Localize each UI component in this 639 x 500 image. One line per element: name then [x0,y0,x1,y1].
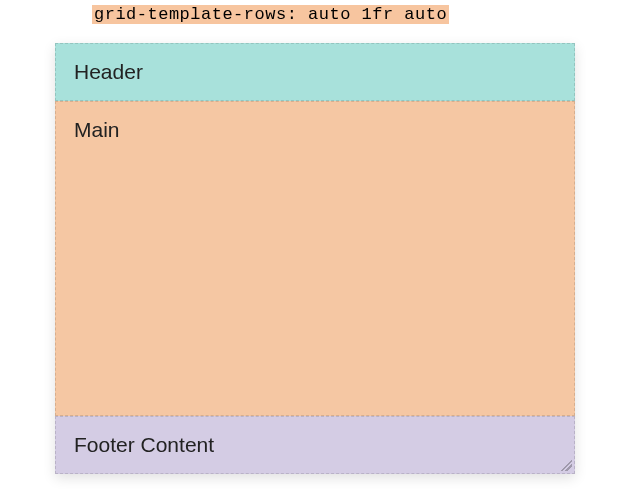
grid-demo-container: Header Main Footer Content [55,43,575,474]
resize-handle-icon[interactable] [560,459,572,471]
main-label: Main [74,118,120,141]
footer-row: Footer Content [55,416,575,474]
footer-label: Footer Content [74,433,214,456]
code-label: grid-template-rows: auto 1fr auto [92,5,449,24]
main-row: Main [55,101,575,416]
header-label: Header [74,60,143,83]
header-row: Header [55,43,575,101]
